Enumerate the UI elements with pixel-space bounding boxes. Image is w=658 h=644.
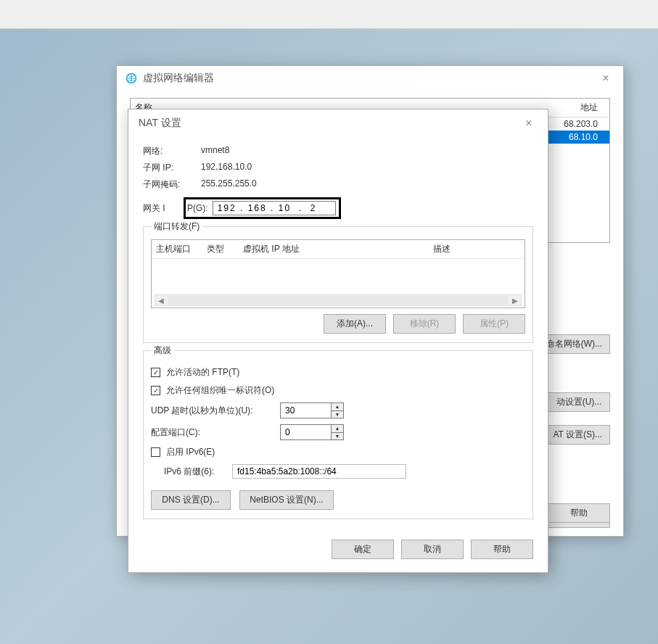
parent-title: 虚拟网络编辑器 <box>143 72 591 85</box>
network-row: 网络: vmnet8 <box>143 143 533 160</box>
subnet-mask-label: 子网掩码: <box>143 178 194 191</box>
gateway-label-suffix: P(G): <box>187 203 208 213</box>
subnet-ip-row: 子网 IP: 192.168.10.0 <box>143 160 533 176</box>
spin-down-icon[interactable]: ▼ <box>332 411 343 418</box>
nat-footer: 确定 取消 帮助 <box>128 529 548 572</box>
port-forward-table: 主机端口 类型 虚拟机 IP 地址 描述 ◀ ▶ <box>151 239 525 308</box>
col-host-port: 主机端口 <box>156 243 207 255</box>
scroll-right-icon[interactable]: ▶ <box>509 297 521 305</box>
scroll-left-icon[interactable]: ◀ <box>155 297 167 305</box>
port-forward-scroll: ◀ ▶ <box>152 259 525 307</box>
nat-settings-button[interactable]: AT 设置(S)... <box>545 425 610 445</box>
side-buttons-2: 动设置(U)... <box>548 392 610 412</box>
nat-body: 网络: vmnet8 子网 IP: 192.168.10.0 子网掩码: 255… <box>128 137 548 529</box>
gateway-label: 网关 I <box>143 202 179 215</box>
spin-up-icon[interactable]: ▲ <box>332 425 343 433</box>
port-forward-legend: 端口转发(F) <box>151 220 202 233</box>
subnet-mask-row: 子网掩码: 255.255.255.0 <box>143 176 533 193</box>
add-button[interactable]: 添加(A)... <box>324 314 386 334</box>
app-top-strip <box>0 0 658 29</box>
udp-timeout-input[interactable] <box>280 402 331 418</box>
udp-timeout-row: UDP 超时(以秒为单位)(U): ▲ ▼ <box>151 400 525 421</box>
properties-button[interactable]: 属性(P) <box>463 314 525 334</box>
help-button[interactable]: 帮助 <box>471 540 533 559</box>
config-port-input[interactable] <box>280 424 331 440</box>
gateway-highlight: P(G): <box>184 197 341 219</box>
advanced-fieldset: 高级 ✓ 允许活动的 FTP(T) ✓ 允许任何组织唯一标识符(O) UDP 超… <box>143 350 533 519</box>
config-port-label: 配置端口(C): <box>151 426 274 439</box>
gateway-ip-input[interactable] <box>213 201 336 215</box>
subnet-ip-label: 子网 IP: <box>143 162 194 174</box>
subnet-ip-value: 192.168.10.0 <box>201 162 252 174</box>
ipv6-prefix-input[interactable] <box>232 464 406 479</box>
nat-settings-dialog: NAT 设置 × 网络: vmnet8 子网 IP: 192.168.10.0 … <box>128 109 548 573</box>
col-type: 类型 <box>207 243 243 255</box>
side-buttons-3: AT 设置(S)... <box>545 425 610 445</box>
port-forward-header: 主机端口 类型 虚拟机 IP 地址 描述 <box>152 240 525 259</box>
dns-settings-button[interactable]: DNS 设置(D)... <box>151 490 231 510</box>
subnet-mask-value: 255.255.255.0 <box>201 178 257 191</box>
ipv6-prefix-row: IPv6 前缀(6): <box>151 461 525 482</box>
allow-orgid-label: 允许任何组织唯一标识符(O) <box>166 384 274 397</box>
cancel-button[interactable]: 取消 <box>401 540 464 559</box>
spin-up-icon[interactable]: ▲ <box>332 403 343 411</box>
horizontal-scrollbar[interactable]: ◀ ▶ <box>155 294 522 306</box>
dns-netbios-row: DNS 设置(D)... NetBIOS 设置(N)... <box>151 490 525 510</box>
col-vm-ip: 虚拟机 IP 地址 <box>243 243 433 255</box>
network-value: vmnet8 <box>201 145 229 157</box>
auto-settings-button[interactable]: 动设置(U)... <box>548 392 610 412</box>
rename-network-button[interactable]: 命名网络(W)... <box>538 334 610 354</box>
nat-titlebar: NAT 设置 × <box>128 110 548 137</box>
enable-ipv6-label: 启用 IPv6(E) <box>166 446 215 458</box>
close-icon[interactable]: × <box>520 117 538 130</box>
spin-down-icon[interactable]: ▼ <box>332 433 343 440</box>
netbios-settings-button[interactable]: NetBIOS 设置(N)... <box>239 490 334 510</box>
side-buttons-1: 命名网络(W)... <box>538 334 610 354</box>
nat-title: NAT 设置 <box>139 117 520 130</box>
gateway-row: 网关 I P(G): <box>143 197 533 219</box>
allow-orgid-row: ✓ 允许任何组织唯一标识符(O) <box>151 381 525 400</box>
allow-ftp-checkbox[interactable]: ✓ <box>151 368 160 377</box>
globe-icon <box>126 73 137 84</box>
allow-ftp-row: ✓ 允许活动的 FTP(T) <box>151 363 525 381</box>
allow-ftp-label: 允许活动的 FTP(T) <box>166 366 239 379</box>
port-forward-buttons: 添加(A)... 移除(R) 属性(P) <box>151 314 525 334</box>
parent-help-button[interactable]: 帮助 <box>548 503 610 523</box>
allow-orgid-checkbox[interactable]: ✓ <box>151 386 160 395</box>
enable-ipv6-row: 启用 IPv6(E) <box>151 443 525 461</box>
advanced-legend: 高级 <box>151 344 174 357</box>
config-port-spinbox[interactable]: ▲ ▼ <box>280 424 344 440</box>
col-desc: 描述 <box>433 243 520 255</box>
close-icon[interactable]: × <box>597 72 614 85</box>
enable-ipv6-checkbox[interactable] <box>151 447 160 457</box>
udp-timeout-label: UDP 超时(以秒为单位)(U): <box>151 405 274 417</box>
config-port-row: 配置端口(C): ▲ ▼ <box>151 421 525 443</box>
scroll-track[interactable] <box>168 296 508 305</box>
udp-timeout-spinbox[interactable]: ▲ ▼ <box>280 402 344 418</box>
parent-titlebar: 虚拟网络编辑器 × <box>117 66 623 91</box>
ipv6-prefix-label: IPv6 前缀(6): <box>164 466 226 478</box>
ok-button[interactable]: 确定 <box>332 540 394 559</box>
network-label: 网络: <box>143 145 194 157</box>
port-forward-fieldset: 端口转发(F) 主机端口 类型 虚拟机 IP 地址 描述 ◀ ▶ 添加( <box>143 226 533 343</box>
remove-button[interactable]: 移除(R) <box>393 314 456 334</box>
